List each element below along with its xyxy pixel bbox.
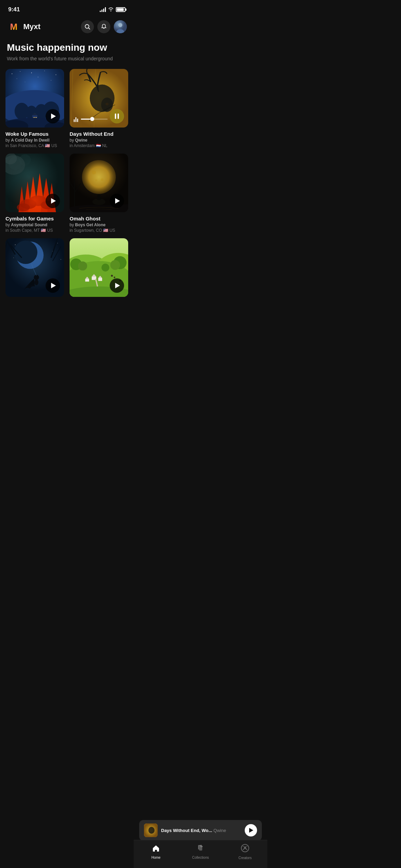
progress-bar-1 (74, 116, 108, 122)
hero-title: Music happening now (7, 42, 127, 53)
play-button-0[interactable] (46, 109, 60, 123)
card-location-1: in Amsterdam 🇳🇱 NL (70, 143, 128, 148)
card-title-1: Days Without End (70, 131, 128, 137)
svg-line-1 (89, 28, 90, 29)
svg-point-52 (92, 171, 96, 174)
music-card-2[interactable]: Cymbals for Games by Asymptotal Sound in… (5, 154, 64, 233)
play-icon-2 (51, 198, 56, 204)
play-button-5[interactable] (110, 278, 124, 293)
svg-point-54 (95, 179, 97, 181)
card-location-3: in Sugartown, CO 🇺🇸 US (70, 228, 128, 233)
music-card-5[interactable] (70, 238, 128, 300)
svg-point-0 (85, 25, 89, 28)
artwork-1 (70, 69, 128, 128)
svg-point-9 (44, 71, 45, 71)
svg-point-51 (82, 160, 116, 194)
music-grid-row3 (0, 238, 134, 300)
svg-point-85 (110, 260, 120, 270)
svg-point-10 (56, 74, 56, 75)
card-artist-1: by Qwine (70, 138, 128, 143)
hero-subtitle: Work from the world's future musical und… (7, 56, 127, 62)
play-button-2[interactable] (46, 194, 60, 208)
card-title-0: Woke Up Famous (5, 131, 64, 137)
card-artist-3: by Boys Get Alone (70, 222, 128, 227)
hero-section: Music happening now Work from the world'… (0, 39, 134, 69)
card-location-2: in South Cape, MT 🇺🇸 US (5, 228, 64, 233)
svg-point-63 (15, 244, 16, 245)
svg-point-53 (101, 178, 104, 181)
artwork-0 (5, 69, 64, 128)
music-card-3[interactable]: Omah Ghost by Boys Get Alone in Sugartow… (70, 154, 128, 233)
svg-rect-89 (98, 278, 102, 281)
music-card-1[interactable]: Days Without End by Qwine in Amsterdam 🇳… (70, 69, 128, 148)
app-logo: M Myxt (7, 20, 40, 34)
svg-point-33 (106, 103, 109, 106)
svg-point-11 (17, 79, 17, 79)
music-grid-row2: Cymbals for Games by Asymptotal Sound in… (0, 154, 134, 233)
search-icon (84, 24, 90, 30)
card-artist-0: by A Cold Day In Dwell (5, 138, 64, 143)
artwork-2 (5, 154, 64, 212)
battery-icon (116, 7, 125, 12)
svg-point-13 (51, 80, 51, 81)
status-bar: 9:41 (0, 0, 134, 17)
svg-point-6 (12, 73, 12, 74)
artwork-4 (5, 238, 64, 297)
svg-rect-91 (85, 279, 89, 282)
svg-point-86 (101, 264, 109, 272)
card-title-3: Omah Ghost (70, 216, 128, 221)
card-artist-2: by Asymptotal Sound (5, 222, 64, 227)
svg-point-64 (57, 243, 58, 244)
svg-point-93 (111, 275, 113, 277)
svg-point-8 (31, 73, 32, 73)
wifi-icon (108, 7, 114, 12)
notification-button[interactable] (97, 20, 110, 33)
card-location-0: in San Francisco, CA 🇺🇸 US (5, 143, 64, 148)
app-header: M Myxt (0, 17, 134, 39)
svg-point-76 (35, 279, 38, 285)
status-icons (100, 7, 125, 12)
svg-point-7 (20, 71, 21, 72)
search-button[interactable] (81, 20, 94, 33)
svg-point-67 (61, 259, 61, 260)
artwork-3 (70, 154, 128, 212)
play-button-4[interactable] (46, 278, 60, 293)
card-title-2: Cymbals for Games (5, 216, 64, 221)
music-card-0[interactable]: Woke Up Famous by A Cold Day In Dwell in… (5, 69, 64, 148)
svg-point-94 (114, 277, 116, 278)
header-actions (81, 20, 127, 33)
music-card-4[interactable] (5, 238, 64, 300)
profile-avatar[interactable] (114, 20, 127, 33)
music-grid-row1: Woke Up Famous by A Cold Day In Dwell in… (0, 69, 134, 148)
play-icon-3 (115, 198, 120, 204)
status-time: 9:41 (8, 6, 20, 13)
svg-point-66 (13, 258, 14, 258)
play-icon-4 (51, 283, 56, 288)
logo-letter: M (7, 20, 21, 34)
bell-icon (101, 24, 107, 30)
play-icon-5 (115, 283, 120, 288)
play-icon-0 (51, 113, 56, 119)
svg-rect-55 (70, 154, 128, 164)
svg-point-61 (97, 194, 101, 198)
progress-track[interactable] (81, 119, 108, 120)
svg-point-3 (118, 23, 122, 27)
svg-point-12 (38, 77, 38, 77)
svg-point-14 (25, 82, 25, 82)
pause-icon-1 (115, 113, 119, 119)
pause-button-1[interactable] (110, 109, 124, 123)
eq-bars (74, 116, 78, 122)
artwork-5 (70, 238, 128, 297)
svg-point-83 (78, 262, 87, 271)
signal-icon (100, 7, 106, 12)
app-name: Myxt (23, 22, 40, 31)
play-button-3[interactable] (110, 194, 124, 208)
